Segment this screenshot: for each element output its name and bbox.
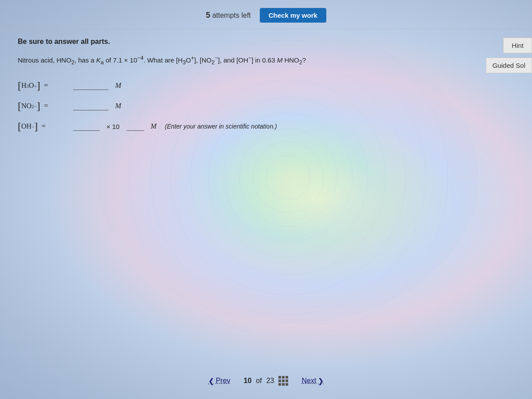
no2-species: NO2−: [21, 102, 37, 110]
oh-row: [ OH− ] = × 10 M (Enter your answer in s…: [18, 121, 466, 132]
total-pages: 23: [266, 377, 274, 385]
question-text: Nitrous acid, HNO2, has a Ka of 7.1 × 10…: [18, 54, 466, 67]
oh-exponent-input[interactable]: [126, 122, 144, 131]
oh-sci-note-hint: (Enter your answer in scientific notatio…: [163, 123, 277, 130]
attempts-count: 5: [206, 11, 210, 20]
h3o-input[interactable]: [73, 82, 109, 90]
h3o-bracket-right: ]: [37, 80, 40, 91]
grid-icon[interactable]: [278, 376, 288, 386]
oh-bracket-right: ]: [34, 121, 38, 132]
oh-eq: =: [39, 122, 46, 131]
main-content: 5 attempts left Check my work Hint Guide…: [0, 0, 532, 399]
no2-eq: =: [42, 102, 48, 110]
no2-input[interactable]: [73, 102, 109, 110]
h3o-eq: =: [42, 81, 48, 90]
next-button[interactable]: Next ❯: [301, 377, 324, 385]
current-page: 10: [244, 377, 252, 385]
oh-label: [ OH− ] =: [18, 121, 66, 132]
oh-bracket-left: [: [18, 121, 21, 132]
oh-species: OH−: [21, 122, 34, 130]
attempts-label: attempts left: [212, 12, 251, 19]
attempts-text: 5 attempts left: [206, 11, 251, 20]
oh-unit: M: [151, 122, 156, 130]
h3o-label: [ H3O+ ] =: [18, 80, 66, 91]
oh-mantissa-input[interactable]: [73, 122, 100, 131]
no2-unit: M: [115, 102, 121, 110]
instruction-text: Be sure to answer all parts.: [18, 38, 466, 46]
oh-times10: × 10: [106, 123, 120, 130]
question-area: Be sure to answer all parts. Nitrous aci…: [9, 33, 474, 136]
h3o-species: H3O+: [21, 82, 37, 90]
answer-rows: [ H3O+ ] = M [ NO2− ] = M: [18, 80, 466, 132]
no2-row: [ NO2− ] = M: [18, 101, 466, 111]
hint-button[interactable]: Hint: [503, 38, 532, 53]
of-label: of: [256, 377, 262, 385]
h3o-row: [ H3O+ ] = M: [18, 80, 466, 91]
h3o-bracket-left: [: [18, 80, 21, 91]
next-label: Next: [301, 377, 316, 385]
no2-bracket-right: ]: [37, 101, 40, 111]
guided-solution-button[interactable]: Guided Sol: [486, 58, 532, 73]
page-info: 10 of 23: [244, 376, 289, 386]
prev-arrow: ❮: [208, 377, 214, 385]
check-work-button[interactable]: Check my work: [260, 8, 326, 23]
prev-button[interactable]: ❮ Prev: [208, 377, 231, 385]
top-bar: 5 attempts left Check my work: [0, 4, 532, 26]
next-arrow: ❯: [318, 377, 324, 385]
no2-label: [ NO2− ] =: [18, 101, 66, 111]
top-divider: [0, 29, 532, 29]
h3o-unit: M: [115, 82, 121, 90]
no2-bracket-left: [: [18, 101, 21, 111]
bottom-navigation: ❮ Prev 10 of 23 Next ❯: [0, 376, 532, 386]
prev-label: Prev: [216, 377, 231, 385]
